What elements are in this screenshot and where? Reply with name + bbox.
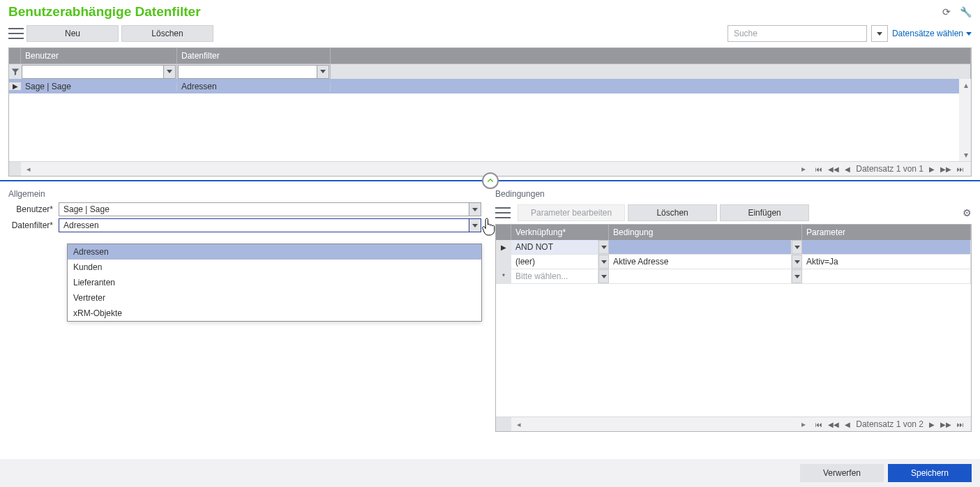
cond-header-link[interactable]: Verknüpfung* bbox=[511, 225, 609, 240]
page-title: Benutzerabhängige Datenfilter bbox=[8, 4, 201, 20]
cond-menu-icon[interactable] bbox=[495, 207, 511, 219]
dropdown-option[interactable]: xRM-Objekte bbox=[68, 306, 481, 321]
pager-nav[interactable]: ⏮ ◀◀ ◀ Datensatz 1 von 1 ▶ ▶▶ ⏭ bbox=[808, 164, 971, 174]
save-button[interactable]: Speichern bbox=[888, 464, 972, 482]
cond-header-param[interactable]: Parameter bbox=[802, 225, 971, 240]
chevron-down-icon[interactable] bbox=[598, 255, 609, 269]
pager-prevpage-icon[interactable]: ◀◀ bbox=[828, 165, 839, 173]
cond-row[interactable]: ▶ AND NOT bbox=[496, 240, 971, 255]
hscroll-right-icon[interactable]: ▸ bbox=[799, 164, 808, 174]
gear-icon[interactable]: ⚙ bbox=[963, 207, 972, 218]
row-indicator-icon: ▶ bbox=[496, 240, 511, 254]
refresh-icon[interactable]: ⟳ bbox=[942, 6, 951, 17]
delete-button[interactable]: Löschen bbox=[121, 25, 213, 42]
combo-filter-value[interactable]: Adressen bbox=[59, 218, 469, 232]
pager-first-icon[interactable]: ⏮ bbox=[815, 421, 822, 428]
dropdown-option[interactable]: Kunden bbox=[68, 260, 481, 275]
chevron-down-icon[interactable] bbox=[792, 269, 802, 283]
grid-row[interactable]: ▶ Sage | Sage Adressen bbox=[9, 79, 971, 93]
filter-icon[interactable] bbox=[9, 64, 21, 79]
cond-cell-link[interactable]: AND NOT bbox=[511, 240, 598, 254]
search-dropdown-button[interactable] bbox=[871, 25, 888, 42]
splitter-toggle-button[interactable] bbox=[482, 172, 499, 189]
cond-pager-label: Datensatz 1 von 2 bbox=[856, 419, 924, 429]
cell-filter[interactable]: Adressen bbox=[177, 82, 331, 91]
combo-filter-button[interactable] bbox=[469, 218, 481, 232]
hscroll-right-icon[interactable]: ▸ bbox=[799, 419, 808, 429]
cond-cell-link[interactable]: Bitte wählen... bbox=[511, 269, 598, 283]
cell-user[interactable]: Sage | Sage bbox=[21, 82, 177, 91]
grid-header-rest bbox=[331, 48, 971, 63]
search-input[interactable] bbox=[728, 25, 867, 42]
edit-param-button: Parameter bearbeiten bbox=[518, 204, 625, 221]
pager-last-icon[interactable]: ⏭ bbox=[957, 165, 964, 173]
combo-filter[interactable]: Adressen bbox=[59, 218, 481, 232]
pager-last-icon[interactable]: ⏭ bbox=[957, 421, 964, 428]
conditions-grid: Verknüpfung* Bedingung Parameter ▶ AND N… bbox=[495, 224, 972, 432]
cond-cell-cond[interactable]: Aktive Adresse bbox=[609, 255, 792, 269]
cond-cell-param[interactable]: Aktiv=Ja bbox=[802, 255, 971, 269]
choose-records-link[interactable]: Datensätze wählen bbox=[892, 29, 972, 38]
vertical-scrollbar[interactable]: ▴ ▾ bbox=[959, 79, 971, 161]
combo-user-button[interactable] bbox=[469, 202, 481, 216]
combo-user-value[interactable]: Sage | Sage bbox=[59, 202, 469, 216]
new-button[interactable]: Neu bbox=[27, 25, 119, 42]
cond-cell-link[interactable]: (leer) bbox=[511, 255, 598, 269]
filter-combo-datenfilter[interactable] bbox=[178, 65, 329, 79]
filter-dropdown[interactable]: Adressen Kunden Lieferanten Vertreter xR… bbox=[67, 244, 482, 322]
combo-user[interactable]: Sage | Sage bbox=[59, 202, 481, 216]
label-filter: Datenfilter* bbox=[8, 220, 59, 230]
hscroll-left-icon[interactable]: ◂ bbox=[24, 165, 33, 174]
label-user: Benutzer* bbox=[8, 204, 59, 214]
cond-cell-cond[interactable] bbox=[609, 269, 792, 283]
pager-first-icon[interactable]: ⏮ bbox=[815, 165, 822, 173]
search-field[interactable] bbox=[732, 28, 862, 39]
dropdown-option[interactable]: Adressen bbox=[68, 244, 481, 260]
pager-next-icon[interactable]: ▶ bbox=[929, 165, 935, 173]
pager-nextpage-icon[interactable]: ▶▶ bbox=[940, 421, 951, 428]
cond-cell-param[interactable] bbox=[802, 240, 971, 254]
dropdown-option[interactable]: Vertreter bbox=[68, 290, 481, 306]
row-new-icon: * bbox=[496, 269, 511, 283]
cond-insert-button[interactable]: Einfügen bbox=[720, 204, 809, 221]
row-indicator-icon: ▶ bbox=[9, 82, 21, 90]
cond-row[interactable]: (leer) Aktive Adresse Aktiv=Ja bbox=[496, 255, 971, 269]
cond-cell-param[interactable] bbox=[802, 269, 971, 283]
chevron-down-icon[interactable] bbox=[598, 269, 609, 283]
main-grid: Benutzer Datenfilter ▶ Sage bbox=[8, 47, 972, 177]
row-indicator-icon bbox=[496, 255, 511, 269]
section-general: Allgemein bbox=[8, 186, 481, 202]
cond-row[interactable]: * Bitte wählen... bbox=[496, 269, 971, 284]
discard-button[interactable]: Verwerfen bbox=[800, 464, 884, 482]
cond-pager-nav[interactable]: ⏮ ◀◀ ◀ Datensatz 1 von 2 ▶ ▶▶ ⏭ bbox=[808, 419, 971, 429]
grid-header-user[interactable]: Benutzer bbox=[21, 48, 177, 63]
hscroll-left-icon[interactable]: ◂ bbox=[514, 420, 524, 429]
pager-prevpage-icon[interactable]: ◀◀ bbox=[828, 421, 839, 428]
section-conditions: Bedingungen bbox=[495, 186, 972, 202]
chevron-down-icon[interactable] bbox=[792, 255, 802, 269]
grid-header-filter[interactable]: Datenfilter bbox=[177, 48, 331, 63]
menu-icon[interactable] bbox=[8, 27, 24, 40]
pager-next-icon[interactable]: ▶ bbox=[929, 421, 935, 428]
pager-nextpage-icon[interactable]: ▶▶ bbox=[940, 165, 951, 173]
grid-marker-header bbox=[9, 48, 21, 63]
pager-label: Datensatz 1 von 1 bbox=[856, 164, 924, 174]
pager-prev-icon[interactable]: ◀ bbox=[845, 421, 850, 428]
cond-header-cond[interactable]: Bedingung bbox=[609, 225, 802, 240]
chevron-down-icon[interactable] bbox=[598, 240, 609, 254]
cond-delete-button[interactable]: Löschen bbox=[628, 204, 717, 221]
filter-combo-user[interactable] bbox=[22, 65, 176, 79]
cond-marker-header bbox=[496, 225, 511, 240]
wrench-icon[interactable]: 🔧 bbox=[960, 6, 972, 17]
chevron-down-icon[interactable] bbox=[792, 240, 802, 254]
cond-cell-cond[interactable] bbox=[609, 240, 792, 254]
dropdown-option[interactable]: Lieferanten bbox=[68, 275, 481, 290]
pager-prev-icon[interactable]: ◀ bbox=[845, 165, 850, 173]
